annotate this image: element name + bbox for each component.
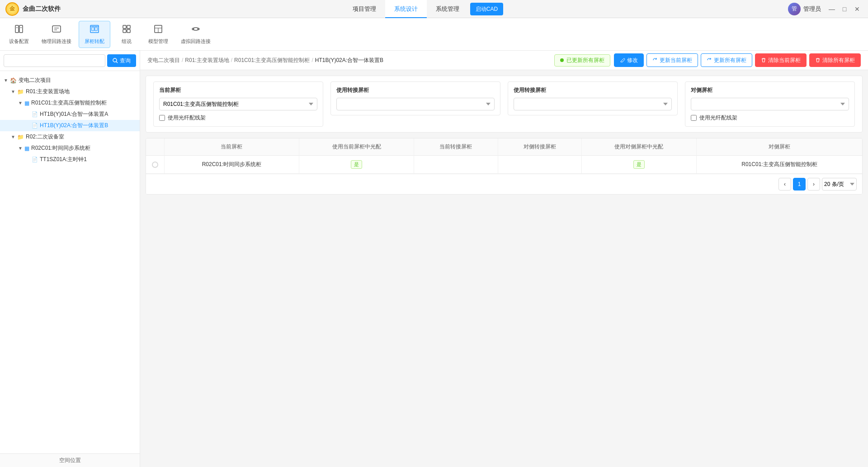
update-all-button[interactable]: 更新所有屏柜: [701, 53, 752, 67]
sidebar: 查询 ▼ 🏠 变电二次项目 ▼ 📁 R01:主变装置场地 ▼ ▦: [0, 51, 140, 467]
search-button[interactable]: 查询: [107, 54, 136, 67]
title-bar: 金 金曲二次软件 项目管理 系统设计 系统管理 启动CAD 管 管理员 — □ …: [0, 0, 868, 18]
header-actions: 修改 更新当前屏柜 更新所有屏柜: [614, 53, 861, 67]
cell-use-opposite-optical: 是: [581, 156, 696, 174]
tool-circuit-connect[interactable]: 物理回路连接: [36, 21, 77, 48]
tool-group[interactable]: 组说: [112, 21, 141, 48]
nav-system-design[interactable]: 系统设计: [385, 0, 427, 18]
row-radio[interactable]: [152, 162, 158, 168]
tree-node-r02-label: R02:二次设备室: [26, 133, 136, 141]
svg-rect-12: [127, 25, 130, 29]
main-container: 查询 ▼ 🏠 变电二次项目 ▼ 📁 R01:主变装置场地 ▼ ▦: [0, 51, 868, 467]
toolbar: 设备配置 物理回路连接 屏柜转配: [0, 18, 868, 51]
config-current-checkbox-label: 使用光纤配线架: [168, 114, 206, 122]
svg-rect-0: [15, 25, 19, 33]
svg-rect-4: [52, 26, 61, 32]
tree-node-ht1b02a[interactable]: 📄 HT1B(Y)02A:合智一体装置B: [0, 120, 140, 131]
svg-rect-9: [95, 27, 97, 31]
next-page-button[interactable]: ›: [807, 178, 820, 191]
tree-node-r01-label: R01:主变装置场地: [26, 88, 136, 95]
tree-node-root[interactable]: ▼ 🏠 变电二次项目: [0, 75, 140, 86]
cell-current-transfer: [414, 156, 498, 174]
config-transfer-panel-2: 使用转接屏柜: [508, 81, 678, 115]
config-transfer1-select[interactable]: [336, 98, 495, 110]
tree-node-ht1b01a[interactable]: 📄 HT1B(Y)01A:合智一体装置A: [0, 109, 140, 120]
tool-panel-config[interactable]: 屏柜转配: [79, 21, 110, 48]
tool-model-label: 模型管理: [148, 38, 168, 45]
col-use-current-optical: 使用当前屏柜中光配: [299, 138, 414, 156]
nav-project[interactable]: 项目管理: [344, 0, 385, 18]
tree-node-ht1b02a-label: HT1B(Y)02A:合智一体装置B: [40, 122, 136, 129]
config-panel: 当前屏柜 R01C01:主变高压侧智能控制柜 使用光纤配线架: [146, 76, 863, 133]
page-size-select[interactable]: 10 条/页 20 条/页 50 条/页 100 条/页: [822, 178, 857, 191]
notification-badge: 已更新所有屏柜: [554, 54, 610, 67]
config-current-checkbox[interactable]: [159, 115, 165, 121]
config-opposite-title: 对侧屏柜: [691, 86, 849, 94]
nav-start-cad[interactable]: 启动CAD: [470, 3, 503, 15]
svg-rect-8: [92, 27, 94, 31]
tag-yes-opposite: 是: [633, 160, 645, 169]
tool-virtual-label: 虚拟回路连接: [181, 38, 211, 45]
nav-system-mgmt[interactable]: 系统管理: [427, 0, 468, 18]
tree-node-tt1sz01a[interactable]: 📄 TT1SZ01A:主时钟1: [0, 154, 140, 165]
virtual-connect-icon: [191, 24, 201, 36]
col-opposite-panel: 对侧屏柜: [696, 138, 862, 156]
content-header: 变电二次项目 / R01:主变装置场地 / R01C01:主变高压侧智能控制柜 …: [140, 51, 868, 70]
app-title: 金曲二次软件: [23, 5, 61, 13]
config-opposite-select[interactable]: [691, 98, 849, 110]
tree-node-root-label: 变电二次项目: [19, 76, 136, 84]
avatar: 管: [788, 3, 801, 15]
search-input-wrap[interactable]: [4, 54, 105, 67]
minimize-button[interactable]: —: [826, 4, 837, 14]
group-icon: [122, 24, 132, 36]
config-opposite-panel: 对侧屏柜 使用光纤配线架: [685, 81, 855, 127]
content-area: 变电二次项目 / R01:主变装置场地 / R01C01:主变高压侧智能控制柜 …: [140, 51, 868, 467]
model-mgmt-icon: [153, 24, 163, 36]
maximize-button[interactable]: □: [839, 4, 850, 14]
update-current-button[interactable]: 更新当前屏柜: [646, 53, 698, 67]
cell-select[interactable]: [146, 156, 164, 174]
circuit-connect-icon: [52, 24, 61, 36]
cell-opposite-transfer: [498, 156, 581, 174]
breadcrumb-0: 变电二次项目: [147, 57, 180, 64]
tree-node-r02c01[interactable]: ▼ ▦ R02C01:时间同步系统柜: [0, 143, 140, 154]
panel-config-icon: [90, 24, 99, 36]
config-current-panel: 当前屏柜 R01C01:主变高压侧智能控制柜 使用光纤配线架: [153, 81, 323, 127]
tool-virtual-connect[interactable]: 虚拟回路连接: [175, 21, 216, 48]
cell-current-panel: R02C01:时间同步系统柜: [164, 156, 299, 174]
pagination: ‹ 1 › 10 条/页 20 条/页 50 条/页 100 条/页: [146, 174, 862, 194]
modify-button[interactable]: 修改: [614, 53, 644, 67]
col-use-opposite-optical: 使用对侧屏柜中光配: [581, 138, 696, 156]
breadcrumb-1: R01:主变装置场地: [185, 57, 229, 64]
clear-all-button[interactable]: 清除所有屏柜: [809, 53, 861, 67]
cell-opposite-panel: R01C01:主变高压侧智能控制柜: [696, 156, 862, 174]
current-page-button[interactable]: 1: [793, 178, 806, 191]
tree-node-r02[interactable]: ▼ 📁 R02:二次设备室: [0, 131, 140, 143]
svg-rect-11: [123, 25, 126, 29]
clear-current-button[interactable]: 清除当前屏柜: [755, 53, 807, 67]
tree-container: ▼ 🏠 变电二次项目 ▼ 📁 R01:主变装置场地 ▼ ▦ R01C01:主变高…: [0, 71, 140, 453]
close-button[interactable]: ✕: [852, 4, 863, 14]
tool-model-mgmt[interactable]: 模型管理: [143, 21, 174, 48]
tree-node-tt1sz01a-label: TT1SZ01A:主时钟1: [40, 156, 136, 163]
table-wrap: 当前屏柜 使用当前屏柜中光配 当前转接屏柜 对侧转接屏柜 使用对侧屏柜中光配 对…: [146, 138, 863, 195]
svg-line-21: [116, 62, 118, 63]
search-input[interactable]: [8, 57, 101, 64]
config-current-select[interactable]: R01C01:主变高压侧智能控制柜: [159, 98, 317, 110]
breadcrumb: 变电二次项目 / R01:主变装置场地 / R01C01:主变高压侧智能控制柜 …: [147, 57, 383, 64]
tree-node-r01c01[interactable]: ▼ ▦ R01C01:主变高压侧智能控制柜: [0, 97, 140, 109]
cell-use-current-optical: 是: [299, 156, 414, 174]
prev-page-button[interactable]: ‹: [778, 178, 791, 191]
config-transfer2-select[interactable]: [514, 98, 672, 110]
notify-dot: [560, 58, 564, 62]
svg-rect-1: [19, 25, 23, 33]
tree-node-r01[interactable]: ▼ 📁 R01:主变装置场地: [0, 86, 140, 97]
svg-rect-13: [123, 29, 126, 33]
notification-text: 已更新所有屏柜: [566, 57, 604, 64]
tree-node-ht1b01a-label: HT1B(Y)01A:合智一体装置A: [40, 110, 136, 118]
config-opposite-checkbox[interactable]: [691, 115, 697, 121]
svg-point-20: [113, 58, 117, 62]
tool-device-config[interactable]: 设备配置: [4, 21, 34, 48]
nav-bar: 项目管理 系统设计 系统管理 启动CAD: [344, 0, 505, 18]
app-logo: 金: [5, 2, 19, 16]
